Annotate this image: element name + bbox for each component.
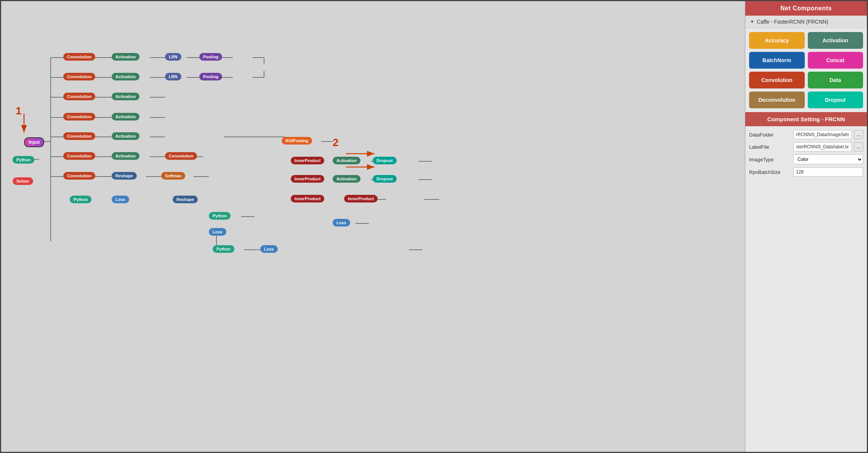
btn-data[interactable]: Data bbox=[808, 72, 863, 88]
label-rpnbatchsize: RpnBatchSize bbox=[749, 169, 791, 175]
node-loss-bottom[interactable]: Loss bbox=[260, 245, 278, 253]
node-loss-mid[interactable]: Loss bbox=[209, 228, 226, 236]
node-act-r5[interactable]: Activation bbox=[112, 132, 139, 140]
node-conv-r4[interactable]: Convolution bbox=[63, 113, 95, 120]
section-title-text: Caffe - FasterRCNN (FRCNN) bbox=[757, 19, 828, 25]
node-lrn-r2[interactable]: LRN bbox=[165, 73, 181, 80]
node-input[interactable]: Input bbox=[24, 137, 44, 147]
field-row-imagetype: ImageType Color Grayscale bbox=[749, 154, 863, 164]
label-datafolder: DataFolder bbox=[749, 132, 791, 138]
node-solver[interactable]: Solver bbox=[13, 177, 33, 185]
annotation-1: 1 bbox=[16, 105, 22, 117]
node-python-mid[interactable]: Python bbox=[209, 212, 231, 220]
node-act-right-r2[interactable]: Activation bbox=[333, 175, 360, 183]
setting-fields: DataFolder ... LabelFile ... ImageType C… bbox=[745, 126, 867, 180]
component-grid: Accuracy Activation BatchNorm Concat Con… bbox=[745, 28, 867, 112]
browse-labelfile[interactable]: ... bbox=[854, 142, 863, 151]
field-row-rpnbatchsize: RpnBatchSize bbox=[749, 167, 863, 177]
node-conv-r6a[interactable]: Convolution bbox=[63, 152, 95, 160]
node-act-r3[interactable]: Activation bbox=[112, 93, 139, 100]
node-conv-r6b[interactable]: Convolution bbox=[165, 152, 197, 160]
node-act-r4[interactable]: Activation bbox=[112, 113, 139, 120]
node-python-bottom[interactable]: Python bbox=[213, 245, 234, 253]
btn-accuracy[interactable]: Accuracy bbox=[749, 32, 805, 49]
node-act-r2[interactable]: Activation bbox=[112, 73, 139, 80]
node-reshape-r7[interactable]: Reshape bbox=[112, 172, 137, 180]
panel-header: Net Components bbox=[745, 1, 867, 16]
node-dropout-r2[interactable]: Dropout bbox=[373, 175, 397, 183]
node-pooling-r1[interactable]: Pooling bbox=[199, 53, 222, 61]
node-python-left[interactable]: Python bbox=[13, 156, 34, 164]
node-dropout-r1[interactable]: Dropout bbox=[373, 157, 397, 164]
node-innerproduct-r3b[interactable]: InnerProduct bbox=[344, 195, 378, 202]
input-rpnbatchsize[interactable] bbox=[793, 167, 863, 177]
node-act-r1[interactable]: Activation bbox=[112, 53, 139, 61]
field-row-datafolder: DataFolder ... bbox=[749, 130, 863, 139]
btn-activation[interactable]: Activation bbox=[808, 32, 863, 49]
btn-concat[interactable]: Concat bbox=[808, 52, 863, 69]
btn-dropout[interactable]: Dropout bbox=[808, 92, 863, 108]
node-act-r6[interactable]: Activation bbox=[112, 152, 139, 160]
node-pooling-r2[interactable]: Pooling bbox=[199, 73, 222, 80]
node-loss-r7[interactable]: Loss bbox=[112, 196, 129, 203]
node-innerproduct-r1[interactable]: InnerProduct bbox=[291, 157, 324, 164]
label-labelfile: LabelFile bbox=[749, 144, 791, 150]
right-panel: Net Components ▼ Caffe - FasterRCNN (FRC… bbox=[745, 1, 867, 452]
section-arrow-icon: ▼ bbox=[750, 19, 754, 24]
btn-batchnorm[interactable]: BatchNorm bbox=[749, 52, 805, 69]
btn-convolution[interactable]: Convolution bbox=[749, 72, 805, 88]
select-imagetype[interactable]: Color Grayscale bbox=[793, 154, 863, 164]
node-conv-r5[interactable]: Convolution bbox=[63, 132, 95, 140]
node-innerproduct-r3[interactable]: InnerProduct bbox=[291, 195, 324, 202]
node-reshape-r7b[interactable]: Reshape bbox=[173, 196, 198, 203]
node-innerproduct-r2[interactable]: InnerProduct bbox=[291, 175, 324, 183]
panel-section-title: ▼ Caffe - FasterRCNN (FRCNN) bbox=[745, 16, 867, 28]
node-loss-right[interactable]: Loss bbox=[333, 219, 350, 226]
canvas-area[interactable]: 1 2 Input Python Solver Convolution Acti… bbox=[1, 1, 745, 452]
input-labelfile[interactable] bbox=[793, 142, 852, 151]
node-conv-r7[interactable]: Convolution bbox=[63, 172, 95, 180]
node-python-r7[interactable]: Python bbox=[70, 196, 91, 203]
setting-header: Component Setting - FRCNN bbox=[745, 112, 867, 126]
label-imagetype: ImageType bbox=[749, 157, 791, 162]
node-conv-r2[interactable]: Convolution bbox=[63, 73, 95, 80]
node-conv-r3[interactable]: Convolution bbox=[63, 93, 95, 100]
node-softmax[interactable]: Softmax bbox=[161, 172, 185, 180]
field-row-labelfile: LabelFile ... bbox=[749, 142, 863, 151]
annotation-2: 2 bbox=[333, 137, 339, 149]
input-datafolder[interactable] bbox=[793, 130, 852, 139]
btn-deconvolution[interactable]: Deconvolution bbox=[749, 92, 805, 108]
browse-datafolder[interactable]: ... bbox=[854, 130, 863, 139]
node-act-right-r1[interactable]: Activation bbox=[333, 157, 360, 164]
node-lrn-r1[interactable]: LRN bbox=[165, 53, 181, 61]
node-conv-r1[interactable]: Convolution bbox=[63, 53, 95, 61]
node-roipooling[interactable]: ROIPooling bbox=[282, 137, 312, 145]
